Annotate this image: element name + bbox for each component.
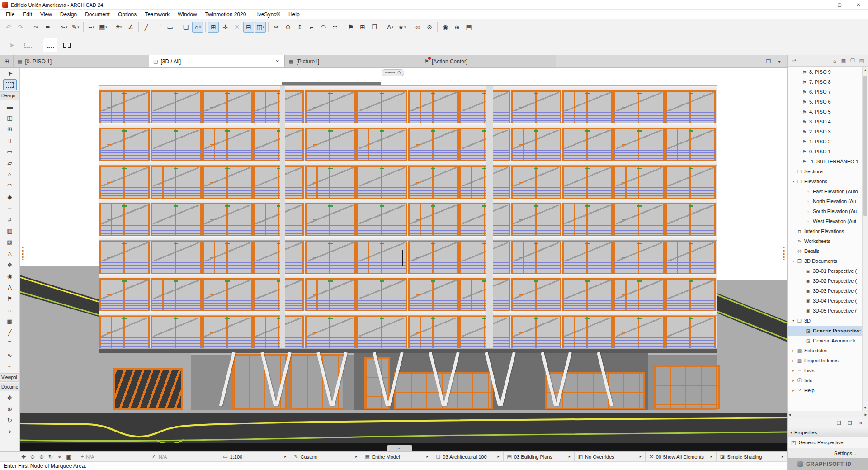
menu-edit[interactable]: Edit: [19, 10, 36, 19]
tree-item-3-piso-4[interactable]: ⚑3. PISO 4: [788, 117, 868, 127]
status-renovation-filter[interactable]: ⚒00 Show All Elements▸: [645, 452, 716, 461]
properties-header[interactable]: ▾ Properties: [788, 428, 868, 437]
tree-item-west-elevation-aut[interactable]: ⌂West Elevation (Aut: [788, 216, 868, 226]
draw-arc-icon[interactable]: ⌒: [153, 22, 164, 33]
bottom-dock-handle[interactable]: ⋯: [387, 445, 412, 451]
tree-item-info[interactable]: ▸ⓘInfo: [788, 375, 868, 385]
marquee-all-story-icon[interactable]: [59, 38, 74, 52]
tree-item-3d-01-perspective[interactable]: ▣3D-01 Perspective (: [788, 266, 868, 276]
tree-item-sections[interactable]: ❒Sections: [788, 166, 868, 176]
lamp-tool[interactable]: ◉: [3, 271, 17, 282]
column-tool[interactable]: ▯: [3, 135, 17, 146]
storefront-window[interactable]: [290, 354, 344, 409]
tree-item-elevations[interactable]: ▾❒Elevations: [788, 176, 868, 186]
railing-tool[interactable]: #: [3, 214, 17, 225]
tab-close-icon[interactable]: ✕: [275, 58, 280, 65]
tree-item-0-piso-1[interactable]: ⚑0. PISO 1: [788, 147, 868, 157]
marquee-tool[interactable]: [3, 79, 17, 90]
morph-tool[interactable]: ◆: [3, 191, 17, 203]
snap-grid-icon[interactable]: ⊞: [208, 22, 219, 33]
delete-icon[interactable]: ✕: [856, 418, 865, 427]
gravity-icon[interactable]: ∩▾: [192, 22, 203, 33]
menu-help[interactable]: Help: [284, 10, 304, 19]
tree-item-details[interactable]: ◎Details: [788, 246, 868, 256]
unlink-elements-icon[interactable]: ⊘: [424, 22, 435, 33]
snap-options-icon[interactable]: ◫▾: [255, 22, 266, 33]
split-icon[interactable]: ✂: [271, 22, 282, 33]
pan-tool[interactable]: ✥: [3, 392, 17, 404]
chevron-down-icon[interactable]: ▾: [790, 319, 796, 323]
text-tool[interactable]: A: [3, 282, 17, 293]
explore-icon[interactable]: ⌖: [55, 453, 64, 461]
line-type-icon[interactable]: ╌▾: [86, 22, 97, 33]
tree-item-interior-elevations[interactable]: ⊓Interior Elevations: [788, 226, 868, 236]
window-tool[interactable]: ⊞: [3, 123, 17, 135]
snap-point-icon[interactable]: ✛: [220, 22, 231, 33]
object-tool[interactable]: ❖: [3, 259, 17, 271]
tab-overview-button[interactable]: ⊞: [0, 55, 14, 67]
chevron-down-icon[interactable]: ▾: [790, 180, 796, 184]
tree-item-1-subterr-neo-1[interactable]: ⚑-1. SUBTERRÁNEO 1: [788, 157, 868, 166]
floating-view-options[interactable]: ╌╌╌╌ ⊙: [382, 69, 404, 76]
curtain-wall-tool[interactable]: ▦: [3, 225, 17, 237]
tree-item-2-piso-3[interactable]: ⚑2. PISO 3: [788, 127, 868, 137]
chevron-right-icon[interactable]: ▸: [790, 389, 796, 393]
properties-selected-item[interactable]: ◳ Generic Perspective: [788, 437, 868, 448]
status-tracker-angle[interactable]: ∠N/A: [148, 452, 219, 461]
link-elements-icon[interactable]: ∞: [412, 22, 423, 33]
scroll-down-icon[interactable]: ▼: [863, 405, 868, 411]
tree-item-lists[interactable]: ▸≣Lists: [788, 366, 868, 375]
dimension-tool[interactable]: ↔: [3, 304, 17, 316]
stair-tool[interactable]: ≣: [3, 203, 17, 214]
tree-item-worksheets[interactable]: ✎Worksheets: [788, 236, 868, 246]
draw-line-icon[interactable]: ╱: [141, 22, 152, 33]
status-model-view-options[interactable]: ◪Simple Shading▸: [716, 452, 787, 461]
clone-folder-icon[interactable]: ❐: [845, 418, 854, 427]
grid-display-icon[interactable]: #▾: [113, 22, 124, 33]
suspend-groups-icon[interactable]: ❏: [180, 22, 191, 33]
explore-tool[interactable]: ⌖: [3, 426, 17, 437]
draw-box-icon[interactable]: ▭: [165, 22, 175, 33]
arc-tool[interactable]: ⌒: [3, 338, 17, 350]
chevron-right-icon[interactable]: ▸: [790, 359, 796, 363]
publisher-sets-icon[interactable]: ▤: [857, 57, 866, 66]
chevron-right-icon[interactable]: ▸: [790, 379, 796, 383]
trim-icon[interactable]: ⌐: [306, 22, 317, 33]
tree-item-help[interactable]: ▸?Help: [788, 385, 868, 395]
settings-button[interactable]: Settings...: [834, 451, 856, 456]
tree-item-east-elevation-auto[interactable]: ⌂East Elevation (Auto: [788, 186, 868, 196]
menu-options[interactable]: Options: [114, 10, 141, 19]
tree-item-north-elevation-au[interactable]: ⌂North Elevation (Au: [788, 196, 868, 206]
line-tool[interactable]: ╱: [3, 327, 17, 338]
tab-picture1[interactable]: ▦[Picture1]: [285, 55, 420, 67]
duplicate-icon[interactable]: ❐: [369, 22, 380, 33]
viewport-3d[interactable]: z x y ╌╌╌╌ ⊙ ⋯: [20, 68, 787, 451]
tab-options-caret-icon[interactable]: ▾: [774, 57, 784, 66]
flag-mark-icon[interactable]: ⚑: [345, 22, 356, 33]
project-chooser-icon[interactable]: ⇄: [789, 57, 798, 66]
tree-item-6-piso-7[interactable]: ⚑6. PISO 7: [788, 87, 868, 97]
menu-twinmotion-2020[interactable]: Twinmotion 2020: [201, 10, 250, 19]
spline-tool[interactable]: ~: [3, 361, 17, 372]
pick-up-parameters-icon[interactable]: ✑: [31, 22, 42, 33]
status-layer-combination[interactable]: ❏03 Architectural 100▸: [432, 452, 503, 461]
status-drawing-scale[interactable]: ▭1:100▸: [219, 452, 290, 461]
close-button[interactable]: ✕: [849, 0, 868, 9]
menu-window[interactable]: Window: [174, 10, 201, 19]
chevron-right-icon[interactable]: ▸: [790, 369, 796, 373]
chevron-right-icon[interactable]: ▸: [790, 349, 796, 353]
text-style-icon[interactable]: A▾: [385, 22, 396, 33]
status-pen-set[interactable]: ✎Custom▸: [290, 452, 361, 461]
render-settings-icon[interactable]: ▤: [463, 22, 474, 33]
slab-tool[interactable]: ▱: [3, 157, 17, 169]
navigator-horizontal-scrollbar[interactable]: ◀ ▶: [788, 411, 868, 418]
fit-in-window-icon[interactable]: ▣: [64, 453, 73, 461]
roof-tool[interactable]: ⌂: [3, 169, 17, 180]
zoom-out-icon[interactable]: ⊖: [28, 453, 37, 461]
zone-tool[interactable]: ▨: [3, 237, 17, 248]
scroll-right-icon[interactable]: ▶: [865, 413, 867, 417]
tree-item-7-piso-8[interactable]: ⚑7. PISO 8: [788, 77, 868, 87]
arrow-quick-options-icon[interactable]: ➢▾: [58, 22, 69, 33]
maximize-button[interactable]: ▢: [830, 0, 849, 9]
menu-teamwork[interactable]: Teamwork: [141, 10, 174, 19]
